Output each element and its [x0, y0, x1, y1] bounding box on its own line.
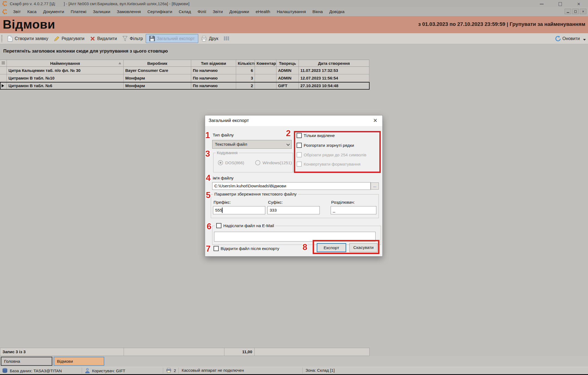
pencil-icon: [54, 36, 60, 42]
menu-zalyshky[interactable]: Залишки: [90, 8, 114, 15]
record-count: Запис 3 із 3: [0, 348, 124, 356]
checkbox-icon[interactable]: [216, 223, 221, 228]
menu-sertyfikaty[interactable]: Сертифікати: [144, 8, 175, 15]
minimize-button[interactable]: [538, 1, 546, 7]
printer-status: 2: [166, 368, 176, 373]
general-export-button[interactable]: Загальний експорт: [146, 34, 198, 43]
statusbar-divider: [82, 368, 82, 374]
radio-icon: [255, 160, 260, 165]
statusbar-divider: [178, 368, 179, 374]
cash-printer-icon: [166, 368, 172, 373]
save-params-groupbox: Параметри збереження текстового файлу Пр…: [211, 194, 379, 218]
dialog-title-bar[interactable]: Загальний експорт ✕: [205, 115, 382, 126]
menu-zvit[interactable]: Звіт: [10, 8, 24, 15]
database-status: База даних: TASA3@TITAN: [2, 368, 62, 373]
file-type-value: Текстовый файл: [215, 142, 247, 147]
file-type-select[interactable]: Текстовый файл: [212, 140, 292, 149]
refresh-icon: [555, 36, 561, 42]
menu-dovidnyky[interactable]: Довідники: [226, 8, 252, 15]
annotation-7: 7: [206, 244, 211, 254]
grid-menu-icon: [2, 62, 5, 65]
open-after-export-checkbox[interactable]: Відкрити файл після експорту: [214, 246, 279, 251]
column-header-quantity[interactable]: Кількість: [236, 60, 255, 67]
annotation-rect-buttons: [313, 240, 379, 254]
table-row[interactable]: Цитра Кальцемин таб. п/о фл. № 30 Bayer …: [0, 67, 370, 74]
send-email-label: Надіслати файл на E-Mail: [223, 223, 274, 228]
menu-sklad[interactable]: Склад: [175, 8, 194, 15]
footer-empty-cell: [255, 348, 370, 356]
menu-vikna[interactable]: Вікна: [309, 8, 326, 15]
refresh-dropdown-icon[interactable]: [583, 39, 586, 41]
column-header-creator[interactable]: Творець: [276, 60, 299, 67]
menu-zvity[interactable]: Звіти: [209, 8, 226, 15]
suffix-input[interactable]: [267, 206, 320, 214]
menu-dovidka[interactable]: Довідка: [326, 8, 348, 15]
zone-label: Зона: Склад [1]: [306, 368, 335, 373]
table-row-selected[interactable]: Цитрамон В табл. №6 Монфарм По наличию 2…: [0, 82, 370, 90]
menu-ehealth[interactable]: eHealth: [252, 8, 273, 15]
annotation-1: 1: [205, 130, 210, 140]
window-tab-row: Головна Відмови: [0, 356, 588, 367]
report-period: з 01.03.2023 по 27.10.2023 23:59:59 | Гр…: [418, 21, 585, 27]
app-logo-icon: [2, 1, 8, 6]
separator-input[interactable]: [331, 206, 376, 214]
menu-nalashtuvannia[interactable]: Налаштування: [273, 8, 309, 15]
refresh-label: Оновити: [562, 36, 580, 41]
mdi-child-icon: [2, 9, 8, 14]
edit-button[interactable]: Редагувати: [51, 34, 87, 43]
zone-status: Зона: Склад [1]: [306, 368, 335, 373]
annotation-2: 2: [286, 129, 291, 138]
prefix-label: Префікс:: [214, 200, 231, 205]
menu-dokumenty[interactable]: Документи: [40, 8, 67, 15]
mdi-minimize-button[interactable]: [565, 9, 571, 14]
export-dialog: Загальний експорт ✕ 1 Тип файлу Текстовы…: [205, 115, 383, 257]
filter-funnel-icon: [122, 36, 128, 42]
checkbox-icon[interactable]: [214, 246, 219, 251]
send-email-checkbox[interactable]: Надіслати файл на E-Mail: [215, 223, 275, 228]
filename-input[interactable]: [212, 182, 371, 190]
print-button[interactable]: Друк: [198, 35, 221, 43]
menu-platezhi[interactable]: Платежі: [68, 8, 90, 15]
toolbar: Створити заявку Редагувати Видалити Філь…: [0, 33, 588, 44]
database-label: База даних: TASA3@TITAN: [10, 368, 62, 373]
restore-button[interactable]: [556, 1, 564, 7]
column-header-created-date[interactable]: Дата створення: [299, 60, 369, 67]
delete-button[interactable]: Видалити: [87, 35, 120, 43]
refresh-button[interactable]: Оновити: [555, 33, 586, 44]
menu-bar: Звіт Каса Документи Платежі Залишки Замо…: [0, 7, 588, 16]
columns-icon[interactable]: [223, 36, 229, 41]
mdi-restore-button[interactable]: [572, 9, 579, 14]
table-corner-cell[interactable]: [0, 60, 7, 67]
menu-zamovlennia[interactable]: Замовлення: [114, 8, 144, 15]
suffix-label: Суфікс:: [268, 200, 283, 205]
menu-kasa[interactable]: Каса: [24, 8, 40, 15]
filter-button[interactable]: Фільтр: [120, 34, 145, 43]
prefix-input[interactable]: [213, 206, 265, 214]
printer-icon: [201, 36, 207, 41]
text-cursor: [222, 208, 223, 213]
cash-register-status: Кассовый аппарат не подключен: [182, 368, 244, 373]
tab-refusals[interactable]: Відмови: [54, 357, 104, 366]
filename-label: ім'я файлу: [213, 176, 234, 181]
column-header-comment[interactable]: Коментар: [255, 60, 276, 67]
title-bar: Скарб pro v. 4.0.2.77 [ІД: ] - [Апт №003…: [0, 0, 588, 7]
cash-register-label: Кассовый аппарат не подключен: [182, 368, 244, 373]
dialog-close-icon[interactable]: ✕: [372, 117, 379, 124]
annotation-6: 6: [207, 222, 211, 231]
encoding-dos-label: DOS(866): [225, 160, 244, 165]
tab-home[interactable]: Головна: [1, 357, 52, 366]
browse-button[interactable]: ...: [371, 182, 379, 190]
toolbar-grip[interactable]: [1, 35, 2, 42]
general-export-label: Загальний експорт: [157, 36, 195, 41]
table-row[interactable]: Цитрамон В табл. №10 Монфарм По наличию …: [0, 74, 370, 82]
column-header-name[interactable]: Найменування: [7, 60, 124, 67]
create-request-button[interactable]: Створити заявку: [5, 34, 51, 43]
column-header-refusal-type[interactable]: Тип відмови: [191, 60, 236, 67]
close-button[interactable]: ✕: [575, 1, 583, 7]
column-header-manufacturer[interactable]: Виробник: [124, 60, 191, 67]
user-label: Користувач: GIFT: [92, 368, 125, 373]
menu-filii[interactable]: Філії: [194, 8, 209, 15]
current-row-marker-icon: [2, 84, 4, 87]
mdi-close-button[interactable]: ✕: [580, 9, 586, 14]
status-bar: База даних: TASA3@TITAN Користувач: GIFT…: [0, 367, 588, 374]
